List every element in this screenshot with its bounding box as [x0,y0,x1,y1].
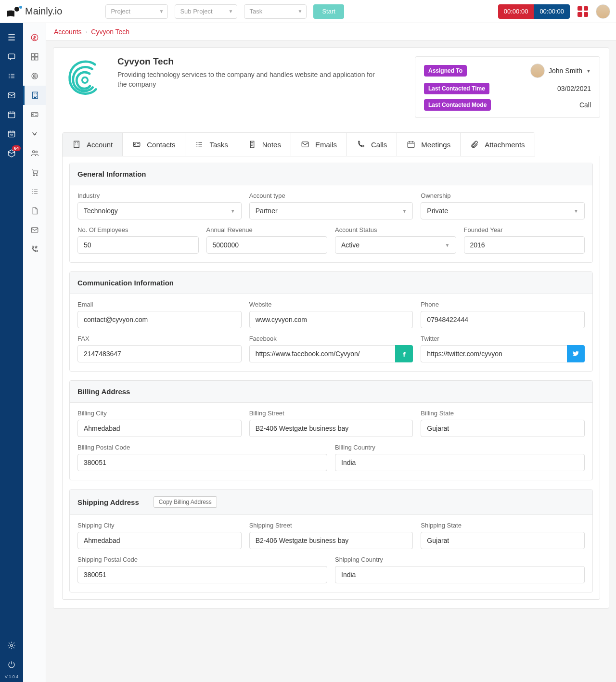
checklist-icon[interactable] [0,66,23,86]
phone-input[interactable] [421,311,585,328]
svg-rect-1 [8,93,15,98]
file-icon[interactable] [23,201,46,220]
dashboard-icon[interactable] [23,47,46,66]
tasks-icon [195,140,204,149]
account-status-value: Active [341,241,359,249]
facebook-input[interactable] [249,345,396,362]
list-icon[interactable] [23,182,46,201]
secondrail [23,23,46,616]
tab-notes[interactable]: Notes [238,133,291,156]
shipping-postal-label: Shipping Postal Code [77,556,327,563]
tab-emails[interactable]: Emails [291,133,347,156]
project-select[interactable]: Project▼ [105,4,168,19]
facebook-icon[interactable] [395,345,413,362]
billing-street-label: Billing Street [249,410,413,417]
tab-meetings[interactable]: Meetings [397,133,461,156]
email-input[interactable] [77,311,242,328]
tab-contacts[interactable]: Contacts [123,133,185,156]
start-button[interactable]: Start [313,4,344,19]
billing-state-input[interactable] [421,420,585,437]
twitter-input[interactable] [421,345,567,362]
account-logo [62,56,108,102]
svg-point-18 [35,151,37,153]
tab-account[interactable]: Account [63,133,123,156]
mail-outline-icon[interactable] [23,220,46,240]
breadcrumb-current[interactable]: Cyvyon Tech [91,28,129,36]
calendar-alt-icon[interactable]: 31 [0,124,23,143]
chat-icon[interactable] [0,47,23,66]
founded-year-input[interactable] [464,236,585,254]
hamburger-icon[interactable]: ☰ [0,28,23,47]
billing-street-input[interactable] [249,420,413,437]
account-type-select[interactable]: Partner▼ [249,202,413,219]
task-select-label: Task [249,8,262,15]
group-icon[interactable] [23,143,46,163]
task-select[interactable]: Task▼ [244,4,307,19]
fax-label: FAX [77,335,242,342]
shipping-city-label: Shipping City [77,522,242,529]
tab-tasks[interactable]: Tasks [185,133,238,156]
tab-calls[interactable]: Calls [347,133,397,156]
subproject-select[interactable]: Sub Project▼ [175,4,237,19]
building-icon [72,140,81,149]
assigned-to-tag: Assigned To [424,65,467,77]
ownership-label: Ownership [421,192,585,199]
notes-icon [248,140,257,149]
industry-select[interactable]: Technology▼ [77,202,242,219]
handshake-icon[interactable] [23,124,46,143]
svg-rect-9 [31,57,34,60]
phone-label: Phone [421,301,585,308]
svg-rect-7 [31,53,34,56]
chevron-down-icon: ▼ [229,9,233,14]
dollar-icon[interactable] [23,28,46,47]
billing-city-input[interactable] [77,420,242,437]
mail-icon[interactable] [0,86,23,105]
shipping-city-input[interactable] [77,532,242,549]
copy-billing-button[interactable]: Copy Billing Address [154,496,217,508]
apps-grid-icon[interactable] [578,6,588,17]
shipping-postal-input[interactable] [77,566,327,583]
section-shipping: Shipping Address Copy Billing Address Sh… [69,489,593,592]
svg-point-16 [32,114,34,116]
twitter-icon[interactable] [567,345,585,362]
account-status-select[interactable]: Active▼ [335,236,456,254]
user-avatar[interactable] [596,4,610,19]
breadcrumb-root[interactable]: Accounts [54,28,82,36]
annual-revenue-input[interactable] [206,236,328,254]
shipping-state-input[interactable] [421,532,585,549]
account-status-label: Account Status [335,226,456,233]
billing-postal-input[interactable] [77,454,327,471]
billing-city-label: Billing City [77,410,242,417]
website-input[interactable] [249,311,413,328]
shipping-country-input[interactable] [335,566,585,583]
assign-card: Assigned To John Smith ▼ Last Contacted … [415,56,600,118]
no-employees-input[interactable] [77,236,199,254]
tab-attachments[interactable]: Attachments [461,133,534,156]
chevron-down-icon[interactable]: ▼ [586,68,591,74]
breadcrumb-separator: › [86,29,88,35]
svg-rect-2 [8,112,15,118]
svg-point-20 [36,175,37,176]
fax-input[interactable] [77,345,242,362]
topbar: Mainly.io Project▼ Sub Project▼ Task▼ St… [0,0,616,23]
timer-blue: 00:00:00 [534,4,570,19]
target-icon[interactable] [23,66,46,86]
brand-logo[interactable]: Mainly.io [7,6,62,17]
tab-label: Meetings [421,141,450,149]
ownership-select[interactable]: Private▼ [421,202,585,219]
svg-point-19 [33,175,34,176]
shipping-street-input[interactable] [249,532,413,549]
call-star-icon[interactable] [23,240,46,259]
calendar-icon[interactable] [0,105,23,124]
building-icon[interactable] [23,86,46,105]
billing-country-input[interactable] [335,454,585,471]
box-open-icon[interactable]: 64 [0,143,23,163]
tab-label: Notes [262,141,281,149]
timers: 00:00:00 00:00:00 [498,4,570,19]
shipping-street-label: Shipping Street [249,522,413,529]
section-billing-header: Billing Address [70,381,592,403]
card-icon[interactable] [23,105,46,124]
tab-label: Emails [315,141,337,149]
cart-icon[interactable] [23,163,46,182]
chevron-down-icon: ▼ [574,208,578,214]
